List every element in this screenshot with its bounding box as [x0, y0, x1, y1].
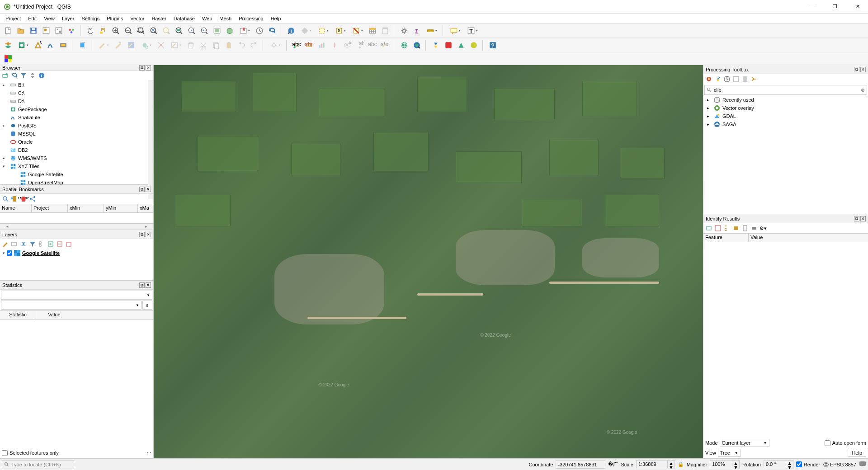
bookmarks-col-project[interactable]: Project: [32, 204, 68, 212]
stats-expression-button[interactable]: ε: [142, 301, 152, 310]
identify-mode-combo[interactable]: Current layer▼: [720, 439, 769, 447]
plugin2-button[interactable]: [456, 40, 467, 51]
zoom-bookmark-icon[interactable]: [2, 195, 9, 202]
identify-button[interactable]: i: [286, 25, 297, 36]
select-value-button[interactable]: ε: [333, 25, 348, 36]
remove-layer-icon[interactable]: [65, 240, 72, 248]
deselect-button[interactable]: [350, 25, 365, 36]
add-bookmark-icon[interactable]: [11, 195, 18, 202]
attr-table-button[interactable]: [367, 25, 378, 36]
bookmarks-undock-button[interactable]: ⧉: [139, 187, 145, 192]
menu-processing[interactable]: Processing: [235, 16, 267, 21]
ident-tree-icon[interactable]: [723, 225, 731, 232]
map-canvas[interactable]: © 2022 Google © 2022 Google © 2022 Googl…: [154, 65, 703, 458]
browser-item[interactable]: GeoPackage: [0, 105, 148, 113]
browser-item[interactable]: Oracle: [0, 138, 148, 146]
browser-item[interactable]: DB2DB2: [0, 146, 148, 154]
auto-open-form-checkbox[interactable]: Auto open form: [825, 440, 866, 446]
rotation-field[interactable]: 0.0 °▲▼: [764, 460, 793, 469]
plugin1-button[interactable]: [443, 40, 454, 51]
stats-field-combo[interactable]: ▼: [1, 301, 142, 310]
bookmarks-col-ymin[interactable]: yMin: [104, 204, 138, 212]
new-virtual-button[interactable]: [58, 40, 69, 51]
browser-undock-button[interactable]: ⧉: [139, 65, 145, 70]
refresh-icon[interactable]: [11, 72, 18, 79]
menu-web[interactable]: Web: [198, 16, 216, 21]
render-checkbox[interactable]: Render: [796, 461, 820, 467]
identify-help-button[interactable]: Help: [848, 449, 866, 457]
history-icon[interactable]: [723, 75, 731, 83]
ident-copy-icon[interactable]: [741, 225, 749, 232]
menu-project[interactable]: Project: [2, 16, 24, 21]
scale-field[interactable]: 1:36889▲▼: [636, 460, 675, 469]
stats-options-icon[interactable]: ⋯: [146, 450, 151, 456]
zoom-in-button[interactable]: [110, 25, 121, 36]
identify-col-value[interactable]: Value: [749, 234, 868, 242]
filter-icon[interactable]: [20, 72, 27, 79]
menu-mesh[interactable]: Mesh: [216, 16, 235, 21]
new-spatialite-button[interactable]: [45, 40, 56, 51]
label-tool-button[interactable]: abc: [304, 40, 315, 51]
pan-map-button[interactable]: [85, 25, 96, 36]
zoom-full-button[interactable]: [148, 25, 159, 36]
ident-clear-icon[interactable]: [732, 225, 740, 232]
browser-close-button[interactable]: ✕: [146, 65, 151, 70]
layer-visibility-checkbox[interactable]: [7, 250, 12, 256]
stats-col-stat[interactable]: Statistic: [0, 311, 36, 319]
browser-item[interactable]: ▾XYZ Tiles: [0, 162, 148, 170]
share-bookmark-icon[interactable]: [29, 195, 36, 202]
browser-item[interactable]: Google Satellite: [0, 170, 148, 179]
bookmarks-close-button[interactable]: ✕: [146, 187, 151, 192]
new-geopackage-button[interactable]: [15, 40, 31, 51]
metasearch-button[interactable]: [399, 40, 410, 51]
show-layout-manager-button[interactable]: [53, 25, 64, 36]
expand-all-icon[interactable]: [38, 240, 45, 248]
open-datasource-button[interactable]: [3, 40, 14, 51]
select-button[interactable]: [316, 25, 331, 36]
results-icon[interactable]: [732, 75, 740, 83]
toolbox-undock-button[interactable]: ⧉: [854, 67, 859, 72]
browser-item[interactable]: ▸WMS/WMTS: [0, 154, 148, 162]
browser-item[interactable]: C:\: [0, 89, 148, 97]
zoom-out-button[interactable]: [123, 25, 134, 36]
new-print-layout-button[interactable]: [41, 25, 52, 36]
clear-search-icon[interactable]: ⊗: [861, 87, 865, 93]
text-annotation-button[interactable]: T: [465, 25, 480, 36]
zoom-last-button[interactable]: [186, 25, 197, 36]
zoom-next-button[interactable]: [199, 25, 210, 36]
toolbox-tree[interactable]: ▸Recently used▸Vector overlay▸GDAL▸SAGA: [703, 96, 868, 214]
temporal-button[interactable]: [254, 25, 265, 36]
bookmarks-hscroll[interactable]: [0, 223, 153, 230]
identify-undock-button[interactable]: ⧉: [854, 216, 859, 221]
collapse-icon[interactable]: [56, 240, 63, 248]
no-label-button[interactable]: abc: [291, 40, 302, 51]
identify-view-combo[interactable]: Tree▼: [718, 449, 741, 457]
messages-icon[interactable]: [859, 461, 866, 468]
statistics-button[interactable]: Σ: [411, 25, 422, 36]
bookmarks-col-name[interactable]: Name: [0, 204, 32, 212]
style-manager-button[interactable]: [66, 25, 77, 36]
stats-close-button[interactable]: ✕: [146, 282, 151, 288]
menu-vector[interactable]: Vector: [127, 16, 148, 21]
zoom-layer-button[interactable]: [174, 25, 184, 36]
identify-close-button[interactable]: ✕: [860, 216, 866, 221]
model-icon[interactable]: [705, 75, 712, 83]
crs-button[interactable]: EPSG:3857: [823, 461, 856, 468]
magnifier-field[interactable]: 100%▲▼: [710, 460, 740, 469]
layer-item[interactable]: ▾ Google Satellite: [0, 249, 153, 257]
toolbox-button[interactable]: [399, 25, 410, 36]
menu-view[interactable]: View: [40, 16, 58, 21]
toolbox-close-button[interactable]: ✕: [860, 67, 866, 72]
browser-item[interactable]: SpatiaLite: [0, 113, 148, 122]
stats-undock-button[interactable]: ⧉: [139, 282, 145, 288]
toolbox-item[interactable]: ▸Vector overlay: [703, 104, 868, 112]
options-icon[interactable]: [750, 75, 758, 83]
toolbox-search[interactable]: ⊗: [704, 85, 867, 95]
ident-expand-icon[interactable]: [705, 225, 712, 232]
minimize-button[interactable]: —: [806, 4, 819, 9]
extents-icon[interactable]: �广: [608, 461, 618, 468]
browser-item[interactable]: MSSQL: [0, 130, 148, 138]
new-memory-button[interactable]: [77, 40, 88, 51]
browser-scrollbar[interactable]: [148, 80, 153, 199]
layers-close-button[interactable]: ✕: [146, 232, 151, 237]
